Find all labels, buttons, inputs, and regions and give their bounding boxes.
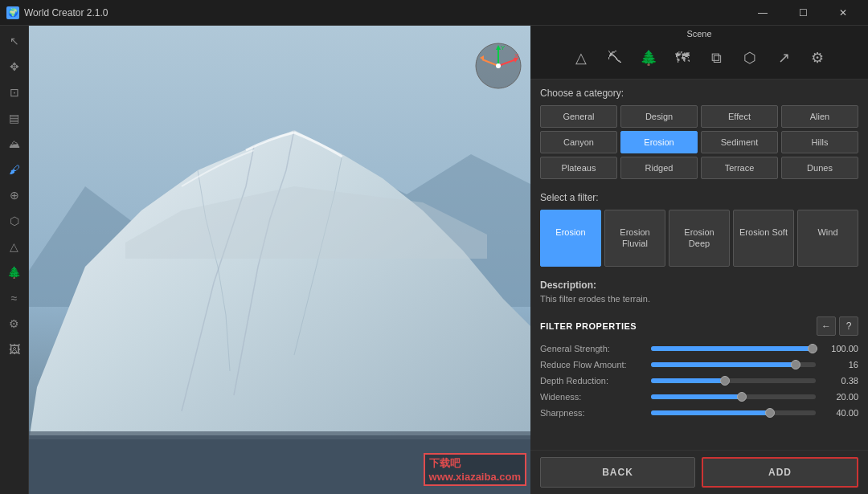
filter-properties-section: FILTER PROPERTIES ← ? General Strength:1… [530, 312, 868, 450]
slider-thumb-4[interactable] [765, 408, 775, 418]
filter-button-erosion-soft[interactable]: Erosion Soft [733, 210, 794, 267]
slider-label-4: Sharpness: [540, 408, 645, 418]
axis-indicator: Y X [474, 42, 522, 90]
terrain-icon[interactable]: ⛰ [2, 132, 27, 156]
viewport[interactable]: Y X 下载吧www.xiazaiba.com [29, 26, 530, 494]
slider-thumb-0[interactable] [808, 344, 817, 353]
water-icon[interactable]: ≈ [2, 286, 27, 310]
filter-button-erosion-fluvial[interactable]: Erosion Fluvial [604, 210, 665, 267]
slider-fill-3 [651, 394, 742, 399]
slider-track-2[interactable] [651, 378, 816, 383]
category-button-hills[interactable]: Hills [781, 131, 858, 153]
viewport-background: Y X 下载吧www.xiazaiba.com [29, 26, 530, 494]
slider-value-4: 40.00 [822, 408, 858, 418]
app-icon: 🌍 [6, 6, 19, 19]
add-button[interactable]: ADD [702, 457, 858, 488]
category-label: Choose a category: [540, 88, 858, 99]
layer-icon[interactable]: ▤ [2, 106, 27, 130]
slider-value-0: 100.00 [822, 344, 858, 353]
slider-fill-0 [651, 346, 813, 351]
category-button-erosion[interactable]: Erosion [620, 131, 698, 153]
category-button-canyon[interactable]: Canyon [540, 131, 617, 153]
filter-label: Select a filter: [540, 192, 858, 203]
paint-icon[interactable]: 🖌 [2, 157, 27, 182]
navigation-icon[interactable]: ⊕ [2, 183, 27, 207]
settings2-icon[interactable]: ⚙ [2, 312, 27, 336]
filter-grid: ErosionErosion FluvialErosion DeepErosio… [540, 210, 858, 267]
slider-label-2: Depth Reduction: [540, 376, 645, 386]
export-icon[interactable]: ↗ [769, 43, 798, 72]
scene-title: Scene [530, 26, 868, 40]
category-button-effect[interactable]: Effect [701, 105, 778, 128]
slider-fill-2 [651, 378, 725, 383]
filter-button-wind[interactable]: Wind [797, 210, 858, 267]
help-button[interactable]: ? [839, 316, 858, 336]
category-button-alien[interactable]: Alien [781, 105, 858, 128]
window-controls: — ☐ ✕ [744, 0, 862, 26]
tree2-icon[interactable]: 🌲 [634, 43, 663, 72]
slider-fill-4 [651, 410, 770, 415]
slider-row-3: Wideness:20.00 [540, 392, 858, 402]
cube-icon[interactable]: ⬡ [735, 43, 764, 72]
gear-icon[interactable]: ⚙ [803, 43, 832, 72]
slider-track-4[interactable] [651, 410, 816, 415]
slider-track-3[interactable] [651, 394, 816, 399]
title-bar: 🌍 World Creator 2.1.0 — ☐ ✕ [0, 0, 868, 26]
category-button-terrace[interactable]: Terrace [701, 157, 778, 179]
svg-rect-3 [29, 435, 530, 494]
tree-icon[interactable]: 🌲 [2, 260, 27, 284]
slider-row-2: Depth Reduction:0.38 [540, 376, 858, 386]
description-section: Description: This filter erodes the terr… [530, 275, 868, 312]
filter-properties-header: FILTER PROPERTIES ← ? [540, 316, 858, 336]
scale-icon[interactable]: ⊡ [2, 80, 27, 104]
category-button-plateaus[interactable]: Plateaus [540, 157, 617, 179]
title-text: World Creator 2.1.0 [24, 7, 108, 18]
filter-button-erosion-deep[interactable]: Erosion Deep [669, 210, 730, 267]
filter-properties-actions: ← ? [817, 316, 858, 336]
svg-point-15 [496, 63, 501, 68]
panel-icons-row: △ ⛏ 🌲 🗺 ⧉ ⬡ ↗ ⚙ [530, 40, 868, 79]
pick-icon[interactable]: ⛏ [600, 43, 629, 72]
slider-label-1: Reduce Flow Amount: [540, 360, 645, 369]
slider-thumb-3[interactable] [737, 392, 747, 402]
description-label: Description: [540, 280, 858, 291]
svg-text:X: X [514, 52, 519, 59]
bottom-buttons: BACK ADD [530, 450, 868, 494]
slider-label-3: Wideness: [540, 392, 645, 402]
mountain-icon[interactable]: △ [2, 235, 27, 259]
slider-value-2: 0.38 [822, 376, 858, 386]
back-button[interactable]: BACK [540, 457, 695, 488]
category-button-general[interactable]: General [540, 105, 617, 128]
svg-rect-4 [29, 431, 530, 439]
filter-section: Select a filter: ErosionErosion FluvialE… [530, 187, 868, 275]
category-grid: GeneralDesignEffectAlienCanyonErosionSed… [540, 105, 858, 179]
filter-button-erosion[interactable]: Erosion [540, 210, 601, 267]
slider-row-1: Reduce Flow Amount:16 [540, 360, 858, 369]
slider-track-1[interactable] [651, 362, 816, 367]
image-icon[interactable]: 🖼 [2, 337, 27, 361]
back-arrow-button[interactable]: ← [817, 316, 836, 336]
cursor-icon[interactable]: ↖ [2, 29, 27, 53]
slider-fill-1 [651, 362, 796, 367]
map-icon[interactable]: 🗺 [668, 43, 697, 72]
category-section: Choose a category: GeneralDesignEffectAl… [530, 80, 868, 187]
slider-track-0[interactable] [651, 346, 816, 351]
slider-row-0: General Strength:100.00 [540, 344, 858, 353]
category-button-dunes[interactable]: Dunes [781, 157, 858, 179]
panel-header: Scene △ ⛏ 🌲 🗺 ⧉ ⬡ ↗ ⚙ [530, 26, 868, 80]
close-button[interactable]: ✕ [825, 0, 862, 26]
slider-thumb-1[interactable] [791, 360, 800, 369]
mountain2-icon[interactable]: △ [567, 43, 596, 72]
minimize-button[interactable]: — [744, 0, 781, 26]
left-toolbar: ↖ ✥ ⊡ ▤ ⛰ 🖌 ⊕ ⬡ △ 🌲 ≈ ⚙ 🖼 [0, 26, 29, 494]
object-icon[interactable]: ⬡ [2, 209, 27, 233]
slider-label-0: General Strength: [540, 344, 645, 353]
terrain-visualization [29, 26, 530, 494]
category-button-ridged[interactable]: Ridged [620, 157, 698, 179]
move-icon[interactable]: ✥ [2, 55, 27, 79]
slider-thumb-2[interactable] [720, 376, 730, 386]
copy-icon[interactable]: ⧉ [702, 43, 731, 72]
category-button-sediment[interactable]: Sediment [701, 131, 778, 153]
maximize-button[interactable]: ☐ [784, 0, 821, 26]
category-button-design[interactable]: Design [620, 105, 698, 128]
